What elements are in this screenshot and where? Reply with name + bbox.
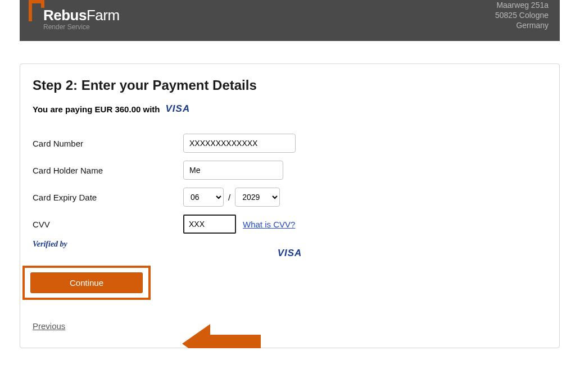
- card-holder-label: Card Holder Name: [33, 166, 183, 175]
- cvv-input[interactable]: [183, 215, 236, 234]
- previous-step: Previous: [33, 321, 547, 331]
- expiry-month-select[interactable]: 06: [183, 188, 224, 207]
- address-line-1: Maarweg 251a: [495, 0, 549, 10]
- step-title: Step 2: Enter your Payment Details: [33, 78, 547, 93]
- card-holder-input[interactable]: [183, 161, 283, 180]
- page-header: RebusFarm Render Service Maarweg 251a 50…: [20, 0, 560, 41]
- address-line-2: 50825 Cologne: [495, 10, 549, 20]
- card-number-label: Card Number: [33, 139, 183, 148]
- paying-amount: EUR 360.00: [95, 104, 141, 114]
- cvv-label: CVV: [33, 220, 183, 229]
- expiry-year-select[interactable]: 2029: [235, 188, 280, 207]
- visa-logo-icon: VISA: [165, 103, 190, 115]
- paying-summary: You are paying EUR 360.00 with VISA: [33, 103, 547, 115]
- continue-button[interactable]: Continue: [30, 272, 143, 293]
- verified-visa-logo-icon: VISA: [33, 248, 547, 258]
- company-address: Maarweg 251a 50825 Cologne Germany: [495, 0, 549, 31]
- annotation-arrow-icon: [182, 321, 261, 348]
- paying-prefix: You are paying: [33, 104, 92, 114]
- cvv-help-link[interactable]: What is CVV?: [243, 220, 295, 229]
- verified-by-text: Verified by: [33, 240, 67, 248]
- payment-card: Step 2: Enter your Payment Details You a…: [20, 63, 560, 348]
- expiry-label: Card Expiry Date: [33, 193, 183, 202]
- paying-suffix: with: [143, 104, 160, 114]
- logo-tagline: Render Service: [43, 23, 120, 31]
- verified-by-visa-badge: Verified by VISA: [33, 240, 547, 258]
- expiry-separator: /: [228, 193, 230, 202]
- previous-link[interactable]: Previous: [33, 321, 65, 331]
- brand-logo: RebusFarm Render Service: [29, 0, 120, 31]
- continue-highlight-box: Continue: [22, 266, 151, 300]
- card-number-input[interactable]: [183, 134, 296, 153]
- address-line-3: Germany: [495, 20, 549, 30]
- svg-marker-0: [182, 324, 261, 348]
- logo-suffix-text: Farm: [87, 7, 120, 24]
- logo-brand-text: Rebus: [43, 7, 87, 24]
- logo-mark-icon: [29, 0, 44, 21]
